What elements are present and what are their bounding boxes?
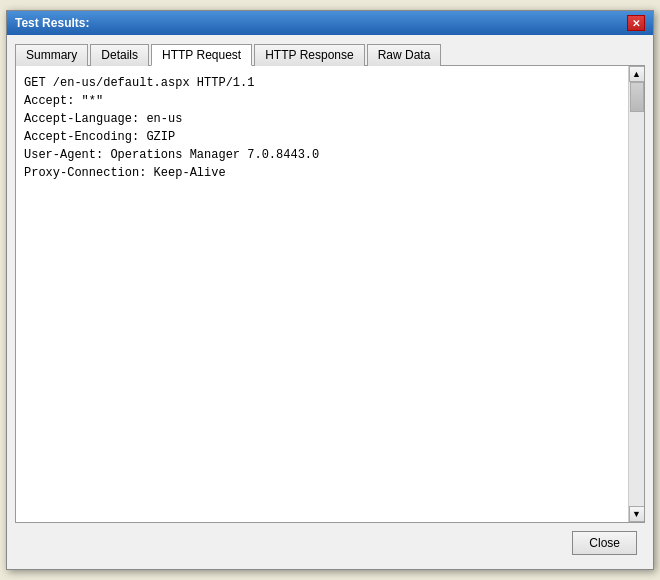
scroll-up-arrow[interactable]: ▲	[629, 66, 645, 82]
title-bar: Test Results: ✕	[7, 11, 653, 35]
tab-http-request[interactable]: HTTP Request	[151, 44, 252, 66]
tab-http-response[interactable]: HTTP Response	[254, 44, 364, 66]
title-bar-controls: ✕	[627, 15, 645, 31]
tab-details[interactable]: Details	[90, 44, 149, 66]
window-title: Test Results:	[15, 16, 89, 30]
tab-bar: Summary Details HTTP Request HTTP Respon…	[15, 43, 645, 66]
tab-summary[interactable]: Summary	[15, 44, 88, 66]
scroll-thumb[interactable]	[630, 82, 644, 112]
content-area: GET /en-us/default.aspx HTTP/1.1 Accept:…	[15, 66, 645, 523]
vertical-scrollbar[interactable]: ▲ ▼	[628, 66, 644, 522]
window-body: Summary Details HTTP Request HTTP Respon…	[7, 35, 653, 569]
close-button[interactable]: Close	[572, 531, 637, 555]
test-results-window: Test Results: ✕ Summary Details HTTP Req…	[6, 10, 654, 570]
window-close-button[interactable]: ✕	[627, 15, 645, 31]
http-request-content: GET /en-us/default.aspx HTTP/1.1 Accept:…	[24, 74, 636, 182]
tab-raw-data[interactable]: Raw Data	[367, 44, 442, 66]
scroll-down-arrow[interactable]: ▼	[629, 506, 645, 522]
scroll-track	[629, 82, 644, 506]
footer: Close	[15, 523, 645, 561]
